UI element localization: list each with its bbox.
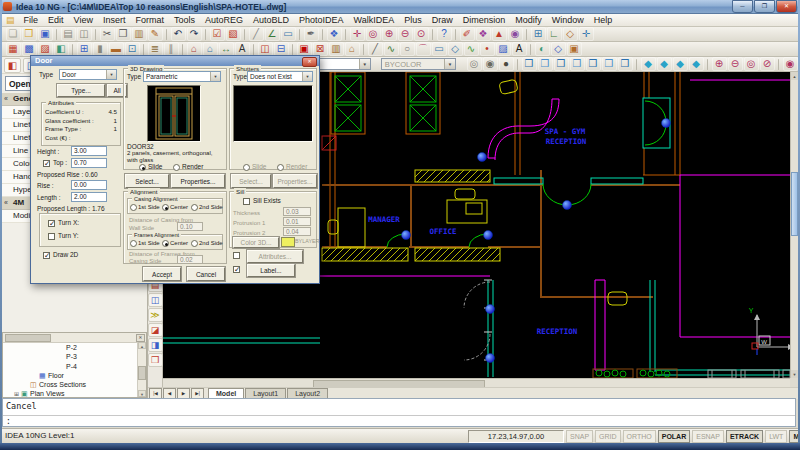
column-icon[interactable]: ▮ (93, 42, 108, 56)
railing-icon[interactable]: ∥ (164, 42, 179, 56)
view-front-icon[interactable]: ❒ (586, 57, 601, 71)
open-icon[interactable]: ❒ (22, 27, 37, 41)
mini-cam-2-icon[interactable]: ◨ (148, 338, 163, 352)
osnap-icon[interactable]: ◇ (563, 27, 578, 41)
toolbar-icon[interactable] (432, 29, 433, 40)
window-2-icon[interactable]: ⊟ (274, 42, 289, 56)
draw-arc-icon[interactable]: ⌒ (416, 42, 431, 56)
toolbar-icon[interactable] (292, 44, 293, 55)
zoom-all-icon[interactable]: ⊘ (760, 57, 775, 71)
attributes-checkbox[interactable] (233, 252, 240, 259)
zoom-in-icon[interactable]: ⊕ (382, 27, 397, 41)
rect-tool-icon[interactable]: ▭ (281, 27, 296, 41)
status-toggle[interactable]: SNAP (566, 430, 593, 443)
track-icon[interactable]: ✛ (579, 27, 594, 41)
zoom-out-icon[interactable]: ⊖ (398, 27, 413, 41)
height-field[interactable]: 3.00 (71, 146, 107, 156)
modify-3-icon[interactable]: ▣ (567, 42, 582, 56)
toolbar-icon[interactable] (526, 29, 527, 40)
target-icon[interactable]: ◉ (508, 27, 523, 41)
pen-icon[interactable]: ✒ (304, 27, 319, 41)
copy-icon[interactable]: ❐ (116, 27, 131, 41)
draw-text-icon[interactable]: A (512, 42, 527, 56)
wall-icon[interactable]: ▦ (6, 42, 21, 56)
chevron-down-icon[interactable] (359, 59, 370, 69)
beam-icon[interactable]: ▬ (109, 42, 124, 56)
properties-icon[interactable]: ❖ (327, 27, 342, 41)
status-toggle[interactable]: ESNAP (692, 430, 724, 443)
door-type-combo[interactable]: Door (59, 69, 117, 80)
slab-icon[interactable]: ⊡ (125, 42, 140, 56)
toolbar-icon[interactable] (95, 29, 96, 40)
top-checkbox[interactable] (43, 160, 50, 167)
mini-cam-1-icon[interactable]: ◪ (148, 323, 163, 337)
casing-1st-side-radio[interactable] (130, 204, 137, 211)
canvas-vscrollbar[interactable] (790, 72, 798, 378)
help-icon[interactable]: ? (437, 27, 452, 41)
menu-item[interactable]: Format (130, 15, 169, 25)
toolbar-icon[interactable] (322, 29, 323, 40)
canvas-hscrollbar[interactable] (163, 378, 790, 387)
rise-field[interactable]: 0.00 (71, 180, 107, 190)
layer-check-icon[interactable]: ☑ (210, 27, 225, 41)
shade-2-icon[interactable]: ◉ (483, 57, 498, 71)
render-radio[interactable] (173, 164, 180, 171)
scroll-thumb[interactable] (791, 172, 798, 236)
wall-2-icon[interactable]: ▩ (22, 42, 37, 56)
zoom-extents-2-icon[interactable]: ◉ (783, 57, 798, 71)
house-icon[interactable]: ⌂ (345, 42, 360, 56)
status-toggle[interactable]: ORTHO (623, 430, 656, 443)
type-button[interactable]: Type... (57, 84, 105, 97)
zoom-realtime-2-icon[interactable]: ◎ (744, 57, 759, 71)
block-x-icon[interactable]: ⊠ (313, 42, 328, 56)
pan-icon[interactable]: ✛ (350, 27, 365, 41)
menu-item[interactable]: Modify (510, 15, 547, 25)
draw-polygon-icon[interactable]: ◇ (448, 42, 463, 56)
shutters-type-combo[interactable]: Does not Exist (247, 71, 313, 82)
tree-item[interactable]: P-3 (3, 352, 146, 361)
frames-2nd-side-radio[interactable] (191, 240, 198, 247)
scroll-thumb[interactable] (138, 366, 146, 380)
toolbar-icon[interactable] (182, 44, 183, 55)
label-checkbox[interactable] (233, 266, 240, 273)
modify-2-icon[interactable]: ◇ (551, 42, 566, 56)
view-back-icon[interactable]: ❒ (602, 57, 617, 71)
tree-item[interactable]: ◫Cross Sections (3, 380, 146, 389)
casing-center-radio[interactable] (162, 204, 169, 211)
roof-2-icon[interactable]: ⌂ (203, 42, 218, 56)
scroll-thumb[interactable] (5, 334, 51, 342)
view-top-icon[interactable]: ❒ (522, 57, 537, 71)
tree-vscrollbar[interactable] (137, 342, 146, 397)
command-input[interactable]: : (3, 416, 795, 428)
status-toggle[interactable]: GRID (595, 430, 621, 443)
chevron-down-icon[interactable] (444, 59, 455, 69)
toolbar-icon[interactable] (530, 44, 531, 55)
menu-item[interactable]: Tools (169, 15, 200, 25)
toolbar-icon[interactable] (707, 59, 708, 70)
zoom-realtime-icon[interactable]: ◎ (366, 27, 381, 41)
undo-icon[interactable]: ↶ (171, 27, 186, 41)
accept-button[interactable]: Accept (143, 267, 181, 281)
maximize-button[interactable]: ❐ (754, 0, 775, 13)
coordinates-display[interactable]: 17.23,14.97,0.00 (468, 430, 564, 443)
toolbar-icon[interactable] (345, 29, 346, 40)
toolbar-icon[interactable] (363, 44, 364, 55)
tree-item[interactable]: P-2 (3, 343, 146, 352)
slide-radio[interactable] (139, 164, 146, 171)
status-toggle[interactable]: POLAR (658, 430, 691, 443)
frames-1st-side-radio[interactable] (130, 240, 137, 247)
turn-y-checkbox[interactable] (48, 233, 55, 240)
view-right-icon[interactable]: ❒ (570, 57, 585, 71)
length-field[interactable]: 2.00 (71, 192, 107, 202)
view-3d-icon[interactable]: ❒ (618, 57, 633, 71)
cancel-button[interactable]: Cancel (187, 267, 225, 281)
dialog-title-bar[interactable]: Door (31, 56, 319, 66)
iso-nw-icon[interactable]: ◆ (689, 57, 704, 71)
command-history[interactable]: Cancel (3, 399, 795, 416)
shade-1-icon[interactable]: ◎ (467, 57, 482, 71)
draw-rect-icon[interactable]: ▭ (432, 42, 447, 56)
print-preview-icon[interactable]: ◫ (77, 27, 92, 41)
mini-arrows-icon[interactable]: ≫ (148, 308, 163, 322)
select-button[interactable]: Select... (125, 174, 169, 188)
palette-tool-1-icon[interactable]: ◧ (4, 58, 21, 73)
